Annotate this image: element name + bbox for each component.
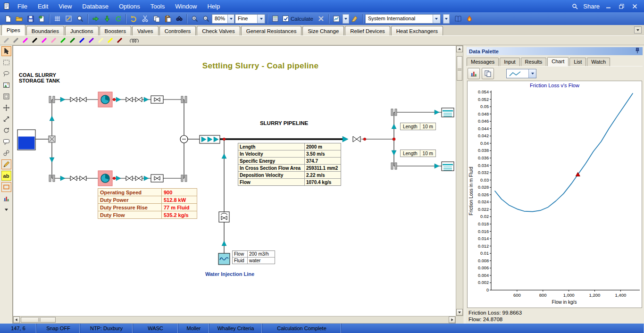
rotate-tool[interactable]	[1, 125, 11, 135]
pipe-style-pen[interactable]	[116, 37, 124, 44]
calculate-label[interactable]: Calculate	[291, 16, 313, 22]
status-ntp[interactable]: NTP: Duxbury	[80, 324, 133, 333]
tab-heat-exchangers[interactable]: Heat Exchangers	[391, 26, 443, 35]
units-extra-dropdown[interactable]	[443, 14, 450, 24]
chevron-down-icon[interactable]	[433, 15, 440, 23]
canvas-horizontal-scrollbar[interactable]	[13, 316, 456, 324]
export-button[interactable]	[36, 13, 47, 24]
tab-relief-devices[interactable]: Relief Devices	[345, 26, 390, 35]
clear-button[interactable]	[350, 13, 360, 24]
control-valve-top[interactable]	[151, 96, 163, 103]
check-valve-symbol[interactable]	[219, 212, 229, 222]
pipe-style-pen[interactable]	[50, 37, 58, 44]
tab-check-valves[interactable]: Check Valves	[197, 26, 240, 35]
data-palette-header[interactable]: Data Palette	[467, 47, 643, 55]
scroll-up-button[interactable]	[456, 46, 463, 52]
menu-database[interactable]: Database	[77, 0, 114, 12]
pipe-style-pen[interactable]	[21, 37, 29, 44]
select-cursor-tool[interactable]	[1, 46, 11, 56]
pen-tool[interactable]	[1, 159, 11, 169]
menu-file[interactable]: File	[12, 0, 33, 12]
open-button[interactable]	[14, 13, 25, 24]
palette-tab-list[interactable]: List	[569, 58, 586, 66]
chart-settings-button[interactable]	[468, 68, 480, 79]
tab-pipes[interactable]: Pipes	[1, 25, 25, 35]
quality-select[interactable]: Fine	[235, 14, 265, 24]
new-button[interactable]	[2, 13, 13, 24]
callout-tool[interactable]	[1, 137, 11, 147]
chart-container[interactable]: Friction Loss v's Flow 00.0020.0040.0060…	[467, 81, 642, 308]
pipe-style-pen[interactable]	[68, 37, 76, 44]
save-button[interactable]	[25, 13, 36, 24]
pipe-style-pen[interactable]	[87, 37, 95, 44]
move-tool[interactable]	[1, 103, 11, 113]
more-tools-arrow[interactable]	[1, 205, 11, 215]
chart-tool[interactable]	[1, 193, 11, 203]
pipe-results-table[interactable]: Length2000 m In Velocity3.50 m/s Specifi…	[238, 143, 341, 186]
schematic-canvas[interactable]: Settling Slurry - Coal pipeline COAL SLU…	[13, 45, 456, 316]
link-tool[interactable]	[1, 148, 11, 158]
pipe-style-pen[interactable]	[78, 37, 86, 44]
menu-help[interactable]: Help	[202, 0, 225, 12]
vertical-scroll-thumb[interactable]	[457, 56, 462, 81]
coil-icon[interactable]	[130, 37, 140, 44]
database-book-button[interactable]	[453, 13, 464, 24]
menu-tools[interactable]: Tools	[145, 0, 170, 12]
series-select[interactable]	[506, 69, 536, 78]
pump-top[interactable]	[98, 92, 116, 107]
horizontal-scroll-thumb[interactable]	[21, 317, 56, 323]
palette-tab-chart[interactable]: Chart	[547, 57, 569, 66]
zoom-page-button[interactable]	[75, 13, 85, 24]
pipe-style-pen[interactable]	[12, 37, 20, 44]
share-label[interactable]: Share	[583, 3, 600, 10]
status-whalley[interactable]: Whalley Criteria	[209, 324, 262, 333]
image-tool[interactable]	[1, 80, 11, 90]
search-icon[interactable]	[570, 2, 579, 10]
tab-valves[interactable]: Valves	[132, 26, 159, 35]
canvas-vertical-scrollbar[interactable]	[456, 45, 463, 316]
chevron-down-icon[interactable]	[227, 15, 234, 23]
palette-tab-watch[interactable]: Watch	[587, 58, 610, 66]
paste-button[interactable]	[162, 13, 173, 24]
grid-button[interactable]	[52, 13, 63, 24]
import-button[interactable]	[101, 13, 112, 24]
pipe-style-pen[interactable]	[40, 37, 48, 44]
menu-window[interactable]: Window	[170, 0, 202, 12]
palette-tab-input[interactable]: Input	[500, 58, 519, 66]
outlet-bottom-symbol[interactable]	[442, 162, 454, 171]
status-moller[interactable]: Moller	[178, 324, 209, 333]
chevron-down-icon[interactable]	[257, 15, 265, 23]
junction-node[interactable]	[180, 135, 188, 143]
tab-boosters[interactable]: Boosters	[100, 26, 131, 35]
fluids-flame-button[interactable]	[464, 13, 475, 24]
tab-boundaries[interactable]: Boundaries	[26, 26, 64, 35]
menu-view[interactable]: View	[53, 0, 77, 12]
status-wasc[interactable]: WASC	[133, 324, 178, 333]
frame-tool[interactable]	[1, 92, 11, 101]
friction-loss-chart[interactable]: 00.0020.0040.0060.0080.010.0120.0140.016…	[468, 89, 642, 306]
slurry-pipeline-label[interactable]: SLURRY PIPELINE	[243, 120, 325, 126]
zoom-select[interactable]: 80%	[212, 14, 234, 24]
tab-size-change[interactable]: Size Change	[302, 26, 344, 35]
storage-tank-symbol[interactable]	[17, 130, 35, 150]
water-source-symbol[interactable]	[218, 253, 230, 265]
scroll-down-button[interactable]	[456, 309, 463, 316]
pipe-style-pen[interactable]	[59, 37, 67, 44]
design-button[interactable]	[63, 13, 74, 24]
undo-button[interactable]	[128, 13, 139, 24]
profile-dropdown[interactable]	[343, 14, 349, 24]
copy-button[interactable]	[151, 13, 162, 24]
text-tool[interactable]: ab	[1, 171, 11, 181]
length-label-bottom[interactable]: Length10 m	[400, 150, 436, 157]
calculate-checkbox[interactable]	[283, 16, 289, 22]
profile-button[interactable]	[331, 13, 342, 24]
close-button[interactable]	[630, 2, 639, 10]
drawing-title[interactable]: Settling Slurry - Coal pipeline	[166, 61, 355, 71]
stop-calculation-button[interactable]	[316, 13, 326, 24]
calculator-icon[interactable]	[270, 13, 281, 24]
lasso-tool[interactable]	[1, 69, 11, 79]
tab-general-resistances[interactable]: General Resistances	[241, 26, 302, 35]
refresh-button[interactable]	[113, 13, 124, 24]
minimize-button[interactable]	[603, 2, 613, 10]
water-injection-label[interactable]: Water Injection Line	[201, 271, 258, 277]
